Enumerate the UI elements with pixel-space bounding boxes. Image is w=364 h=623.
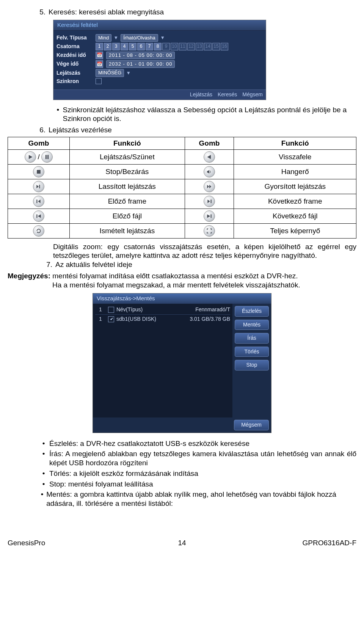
svg-marker-8	[207, 185, 209, 188]
section-6-heading: 6. Lejátszás vezérlése	[34, 126, 356, 135]
section-5-heading: 5. Keresés: keresési ablak megnyitása	[34, 8, 356, 17]
play-button[interactable]: Lejátszás	[190, 91, 212, 98]
search-dialog: Keresési feltétel Felv. Típusa Mind ▾ Ír…	[53, 20, 266, 100]
cell-volume: Hangerő	[234, 164, 356, 179]
calendar-icon[interactable]: 📅	[96, 60, 103, 68]
backup-dialog-footer: Mégsem	[93, 417, 271, 433]
chevron-down-icon: ▾	[161, 34, 164, 41]
header-gomb-1: Gomb	[8, 137, 70, 149]
svg-rect-4	[37, 170, 41, 174]
channel-14[interactable]: 14	[204, 43, 212, 50]
list-header-check	[106, 306, 116, 313]
svg-marker-3	[207, 155, 211, 159]
note-block: Megjegyzés: mentési folyamat indítása el…	[8, 271, 356, 290]
channel-15[interactable]: 15	[212, 43, 220, 50]
channel-3[interactable]: 3	[112, 43, 120, 50]
list-header-name: Név(Típus)	[116, 306, 181, 313]
stop-button[interactable]: Stop	[235, 360, 269, 370]
sync-label: Szinkron	[56, 78, 93, 85]
channel-1[interactable]: 1	[96, 43, 103, 50]
svg-rect-2	[47, 155, 49, 159]
type-select-2[interactable]: Írható/Olvasha	[121, 34, 158, 42]
footer-page-number: 14	[91, 538, 273, 548]
note-label: Megjegyzés:	[8, 272, 50, 280]
cancel-button[interactable]: Mégsem	[234, 420, 269, 430]
chevron-down-icon: ▾	[115, 34, 118, 41]
bullet-write-text: Írás: A megjelenő ablakban egy tetszőleg…	[49, 449, 356, 468]
channel-16[interactable]: 16	[221, 43, 228, 50]
search-button[interactable]: Keresés	[218, 91, 237, 98]
channel-9[interactable]: 9	[162, 43, 170, 50]
play-select[interactable]: MINŐSÉG	[96, 69, 124, 77]
list-header: 1 Név(Típus) Fennmaradó/T	[95, 305, 230, 315]
cell-slow: Lassított lejátszás	[70, 179, 185, 194]
calendar-icon[interactable]: 📅	[96, 52, 103, 59]
stop-icon	[33, 166, 44, 177]
bullet-icon: •	[38, 469, 49, 478]
bullet-save-text: Mentés: a gombra kattintva újabb ablak n…	[46, 490, 356, 508]
start-time-field[interactable]: 2011 - 08 - 05 00: 00: 00	[106, 52, 175, 59]
end-time-field[interactable]: 2032 - 01 - 01 00: 00: 00	[106, 60, 175, 68]
list-item-size: 3.01 GB/3.78 GB	[181, 316, 230, 323]
svg-rect-10	[36, 199, 37, 203]
page-footer: GenesisPro 14 GPRO6316AD-F	[8, 538, 356, 548]
svg-rect-13	[211, 199, 212, 203]
channel-13[interactable]: 13	[196, 43, 203, 50]
table-row: / Lejátszás/Szünet Visszafele	[8, 149, 356, 164]
delete-button[interactable]: Törlés	[235, 347, 269, 357]
channel-10[interactable]: 10	[171, 43, 178, 50]
bullet-icon: •	[38, 449, 49, 468]
section-6-number: 6.	[34, 126, 46, 135]
cell-repeat: Ismételt lejátszás	[70, 223, 185, 238]
list-item[interactable]: 1 sdb1(USB DISK) 3.01 GB/3.78 GB	[95, 315, 230, 324]
svg-marker-15	[38, 214, 41, 218]
bullet-write: • Írás: A megjelenő ablakban egy tetszől…	[38, 449, 356, 468]
bullet-detect: • Észlelés: a DVR-hez csatlakoztatott US…	[38, 439, 356, 448]
item-7: 7. Az aktuális felvétel ideje	[41, 260, 356, 269]
sync-checkbox[interactable]	[96, 78, 102, 84]
svg-marker-0	[29, 155, 33, 159]
slow-icon	[33, 181, 44, 192]
channel-7[interactable]: 7	[146, 43, 153, 50]
playback-controls-table: Gomb Funkció Gomb Funkció / Lejátszás/Sz…	[8, 137, 356, 239]
list-item-check[interactable]	[106, 316, 116, 323]
prev-file-icon	[33, 210, 44, 222]
section-6-title: Lejátszás vezérlése	[49, 126, 112, 135]
list-header-remaining: Fennmaradó/T	[181, 306, 230, 313]
sync-note-text: Szinkronizált lejátszáshoz válassza a Se…	[63, 105, 356, 124]
cell-prev-frame: Előző frame	[70, 194, 185, 209]
channel-5[interactable]: 5	[129, 43, 136, 50]
save-button[interactable]: Mentés	[235, 320, 269, 330]
channel-2[interactable]: 2	[104, 43, 111, 50]
channel-boxes: 1 2 3 4 5 6 7 8 9 10 11 12 13 14 15 16	[96, 43, 228, 50]
channel-4[interactable]: 4	[121, 43, 128, 50]
fullscreen-icon	[204, 225, 215, 237]
cancel-button[interactable]: Mégsem	[242, 91, 263, 98]
svg-marker-6	[36, 185, 39, 188]
backup-dialog-title: Visszajátszás->Mentés	[93, 293, 271, 304]
digital-zoom-text: Digitális zoom: egy csatornás visszajáts…	[53, 242, 356, 260]
note-line-1: mentési folyamat indítása előtt csatlako…	[52, 272, 298, 280]
svg-marker-5	[207, 170, 209, 173]
play-icon	[25, 151, 36, 163]
channel-8[interactable]: 8	[154, 43, 162, 50]
bullet-stop: • Stop: mentési folyamat leállítása	[38, 480, 356, 489]
list-item-name: sdb1(USB DISK)	[116, 316, 181, 323]
write-button[interactable]: Írás	[235, 333, 269, 344]
channel-12[interactable]: 12	[187, 43, 195, 50]
slash: /	[38, 152, 39, 162]
svg-marker-9	[209, 185, 211, 188]
table-row: Előző frame Következő frame	[8, 194, 356, 209]
backup-side-buttons: Észlelés Mentés Írás Törlés Stop	[232, 304, 271, 417]
header-funkcio-2: Funkció	[234, 137, 356, 149]
bullet-delete: • Törlés: a kijelölt eszköz formázásának…	[38, 469, 356, 478]
cell-fullscreen: Teljes képernyő	[234, 223, 356, 238]
channel-11[interactable]: 11	[179, 43, 187, 50]
header-funkcio-1: Funkció	[70, 137, 185, 149]
table-row: Előző fájl Következő fájl	[8, 209, 356, 223]
next-file-icon	[204, 210, 215, 222]
type-select-1[interactable]: Mind	[96, 34, 111, 42]
detect-button[interactable]: Észlelés	[235, 306, 269, 317]
channel-6[interactable]: 6	[137, 43, 145, 50]
prev-frame-icon	[33, 196, 44, 207]
